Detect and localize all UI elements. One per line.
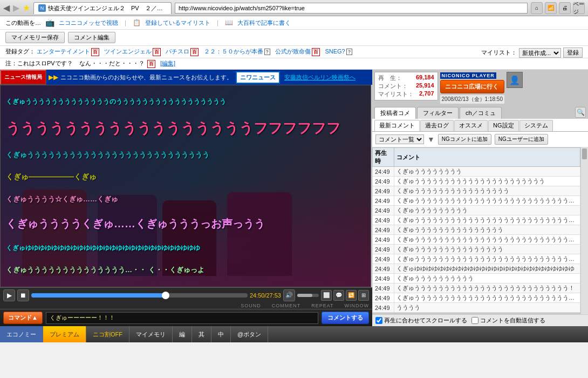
bottom-tab-nicooff[interactable]: ニコ割OFF bbox=[86, 326, 129, 342]
bottom-tab-bar: エコノミー プレミアム ニコ割OFF マイメモリ 編 其 中 @ボタン bbox=[0, 326, 588, 342]
sound-label: SOUND bbox=[241, 303, 261, 308]
row-text: くぎゅううううううううううううううう bbox=[394, 225, 580, 235]
row-text: くぎゅうううううううううううううううううううううううううううう！！！！！ bbox=[394, 293, 580, 303]
book-icon: 📖 bbox=[225, 19, 233, 26]
niconico-plaza-button[interactable]: ニコニコ広場に行く bbox=[440, 80, 504, 93]
browser-tab[interactable]: N 快盗天使ツインエンジェル２ PV ２／２ ... bbox=[33, 2, 172, 14]
browser-star-icon[interactable]: ★ bbox=[23, 3, 30, 13]
memory-save-button[interactable]: マイメモリー保存 bbox=[5, 32, 65, 43]
inner-tab-latest[interactable]: 最新コメント bbox=[374, 120, 420, 131]
watch-link[interactable]: ニコニコメッセで視聴 bbox=[59, 19, 118, 27]
news-headline-link[interactable]: 安藤政信ベルリン映画祭へ bbox=[284, 73, 355, 82]
inner-tab-recommend[interactable]: オススメ bbox=[454, 120, 488, 131]
outer-tab-filter[interactable]: フィルター bbox=[417, 107, 459, 119]
ng-comment-button[interactable]: NGコメントに追加 bbox=[438, 134, 491, 145]
outer-tab-ch[interactable]: ch／コミュ bbox=[460, 107, 502, 119]
row-text: うううう bbox=[394, 303, 580, 313]
video-player: くぎゅうううううううううううううのううううううううううううううううう ううううう… bbox=[0, 85, 371, 287]
row-text: くぎゅゆゆゆゆゆゆゆゆゆゆゆゆゆゆゆゆゆゆゆゆゆゆゆゆゆゆゆ bbox=[394, 264, 580, 274]
row-text: くぎゅうううううううううう bbox=[394, 274, 580, 284]
window-icon[interactable]: ⊞ bbox=[358, 290, 369, 301]
news-logo: ニュース情報局 bbox=[0, 70, 46, 85]
stats-box: 再 生： 69,184 コメント： 25,914 マイリスト： 2,707 bbox=[374, 72, 438, 100]
outer-tab-toutousha[interactable]: 投稿者コメ bbox=[374, 107, 416, 119]
bottom-tab-at-button[interactable]: @ボタン bbox=[231, 326, 268, 342]
row-time: 24:49 bbox=[373, 177, 394, 186]
video-column: ニュース情報局 ▶▶ ニコニコ動画からのお知らせや、最新ニュースをお伝えします。… bbox=[0, 70, 372, 326]
tag-entertainment[interactable]: エンターテイメント bbox=[37, 48, 90, 55]
auto-send-checkbox[interactable] bbox=[471, 317, 478, 324]
tag-badge-1: 百 bbox=[91, 48, 99, 56]
outer-tabs-spacer bbox=[503, 107, 574, 119]
bottom-tab-mymemory[interactable]: マイメモリ bbox=[129, 326, 173, 342]
repeat-icon[interactable]: 🔁 bbox=[346, 290, 357, 301]
hyakkajiten-link[interactable]: 大百科で記事に書く bbox=[237, 19, 291, 27]
inner-tab-history[interactable]: 過去ログ bbox=[420, 120, 454, 131]
tags-bar: 登録タグ： エンターテイメント百 ツインエンジェル百 パチスロ百 ２２：５０から… bbox=[0, 46, 588, 58]
mylist-stat-label: マイリスト： bbox=[378, 90, 414, 98]
tag-2250[interactable]: ２２：５０からが本番 bbox=[204, 48, 263, 55]
scroll-checkbox[interactable] bbox=[375, 317, 382, 324]
comment-edit-button[interactable]: コメント編集 bbox=[68, 32, 115, 43]
watch-prefix: この動画を… bbox=[5, 19, 41, 27]
inner-tabs: 最新コメント 過去ログ オススメ NG設定 システム bbox=[372, 119, 588, 132]
table-row: 24:49くぎゅううううううううううううううう bbox=[373, 245, 580, 254]
user-avatar: 👤 bbox=[507, 72, 523, 88]
browser-print-btn[interactable]: 🖨 bbox=[559, 2, 571, 14]
bottom-tab-sono[interactable]: 其 bbox=[192, 326, 211, 342]
bottom-tab-naka[interactable]: 中 bbox=[211, 326, 231, 342]
browser-home-btn[interactable]: ⌂ bbox=[531, 2, 543, 14]
browser-feed-btn[interactable]: 📶 bbox=[545, 2, 557, 14]
comment-input[interactable] bbox=[46, 312, 318, 324]
auto-send-checkbox-label[interactable]: コメントを自動送信する bbox=[471, 316, 545, 325]
row-time: 24:49 bbox=[373, 215, 394, 225]
play-button[interactable]: ▶ bbox=[3, 289, 15, 301]
inner-tab-system[interactable]: システム bbox=[519, 120, 553, 131]
ng-user-button[interactable]: NGユーザーに追加 bbox=[495, 134, 548, 145]
bottom-tab-edit[interactable]: 編 bbox=[173, 326, 192, 342]
play-value: 69,184 bbox=[416, 74, 434, 82]
address-bar[interactable] bbox=[175, 3, 528, 14]
comment-send-button[interactable]: コメントする bbox=[322, 312, 369, 324]
table-row: 24:49くぎゅうううううううううううううううううううううううううううう！ bbox=[373, 215, 580, 225]
progress-bar[interactable] bbox=[31, 293, 248, 298]
comment-toggle-icon[interactable]: 💬 bbox=[333, 290, 344, 301]
row-time: 24:49 bbox=[373, 293, 394, 303]
volume-button[interactable]: 🔊 bbox=[283, 289, 295, 301]
search-icon[interactable]: 🔍 bbox=[575, 107, 586, 118]
bottom-tab-premium[interactable]: プレミアム bbox=[43, 326, 86, 342]
comment-table-scroll[interactable]: 再生時 コメント 24:49くぎゅうううううううう24:49くぎゅううううううう… bbox=[372, 147, 580, 314]
row-time: 24:49 bbox=[373, 284, 394, 293]
volume-bar[interactable] bbox=[297, 294, 319, 297]
note-edit-link[interactable]: [編集] bbox=[160, 60, 175, 66]
note-text2: なん・・・だと・・・？ bbox=[79, 60, 145, 66]
page-area: この動画を… 📺 ニコニコメッセで視聴 ｜ 📋 登録しているマイリスト ｜ 📖 … bbox=[0, 16, 588, 378]
table-row: 24:49くぎゅうううううううううううううううううううううう bbox=[373, 177, 580, 186]
tag-pachislot[interactable]: パチスロ bbox=[166, 48, 189, 55]
table-row: 24:49くぎゅううううううううううううううう bbox=[373, 225, 580, 235]
bottom-tab-economy[interactable]: エコノミー bbox=[0, 326, 43, 342]
mylist-select[interactable]: 新規作成... bbox=[519, 48, 561, 58]
video-text-layer: くぎゅうううううううううううううのううううううううううううううううう ううううう… bbox=[1, 85, 371, 287]
comment-scrollbar[interactable] bbox=[580, 147, 588, 314]
comment-list-select[interactable]: コメント一覧 bbox=[375, 134, 424, 144]
browser-forward-icon: ▶ bbox=[13, 3, 19, 13]
inner-tab-ng[interactable]: NG設定 bbox=[488, 120, 519, 131]
stop-button[interactable]: ⏹ bbox=[17, 289, 29, 301]
stats-right: NICONICO PLAYER ニコニコ広場に行く 2008/02/13（金）1… bbox=[440, 72, 504, 104]
video-comment-8: くぎゅうううううううううううううう…・・ く・・くぎゅっよ bbox=[6, 265, 365, 275]
screen-icon[interactable]: ⬜ bbox=[321, 290, 332, 301]
tag-badge-6: ? bbox=[346, 49, 353, 55]
table-row: 24:49くぎゅうううううううううううううううううううううううううう！ bbox=[373, 284, 580, 293]
scroll-checkbox-label[interactable]: 再生に合わせてスクロールする bbox=[375, 316, 467, 325]
mylist-register-button[interactable]: 登録 bbox=[563, 48, 583, 58]
tag-sneg[interactable]: SNEG? bbox=[325, 48, 345, 55]
command-button[interactable]: コマンド▲ bbox=[3, 312, 43, 324]
tag-official[interactable]: 公式が致命傷 bbox=[275, 48, 311, 55]
table-row: 24:49くぎゅうううううううううううううううううううううううううううう！ bbox=[373, 254, 580, 264]
mylist-link[interactable]: 登録しているマイリスト bbox=[145, 19, 210, 27]
comment-label: COMMENT bbox=[272, 303, 301, 308]
tab-title: 快盗天使ツインエンジェル２ PV ２／２ ... bbox=[48, 4, 167, 12]
browser-page-btn[interactable]: ページ bbox=[573, 2, 585, 14]
tag-twin-angel[interactable]: ツインエンジェル bbox=[104, 48, 152, 55]
